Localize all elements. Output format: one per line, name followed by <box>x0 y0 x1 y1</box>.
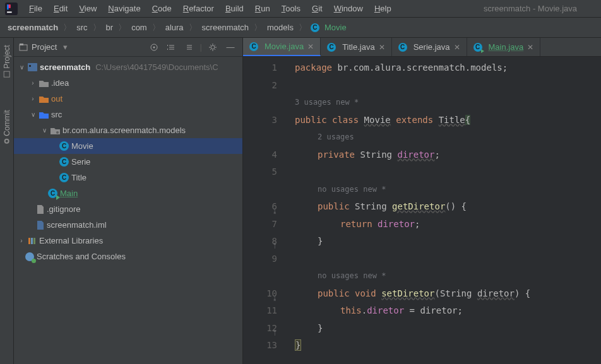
menu-edit[interactable]: Edit <box>49 0 73 18</box>
menu-run[interactable]: Run <box>250 0 275 18</box>
menu-refactor[interactable]: Refactor <box>178 0 219 18</box>
override-gutter-icon[interactable]: ⭳ <box>271 290 278 307</box>
line-number[interactable]: 3 <box>243 112 277 129</box>
close-icon[interactable]: ✕ <box>379 43 385 52</box>
class-icon: C <box>311 23 319 32</box>
tree-label: br.com.alura.screenmatch.models <box>62 126 186 135</box>
tab-movie[interactable]: C Movie.java ✕ <box>243 38 321 56</box>
crumb[interactable]: models <box>266 23 295 32</box>
line-number[interactable]: 5 <box>243 163 277 181</box>
tree-label: screenmatch.iml <box>47 220 107 230</box>
svg-rect-12 <box>28 238 30 244</box>
project-header-title[interactable]: Project <box>32 42 57 52</box>
tab-serie[interactable]: C Serie.java ✕ <box>392 38 467 56</box>
chevron-right-icon: 〉 <box>186 22 199 33</box>
fold-gutter-icon[interactable]: ⭱ <box>271 237 278 255</box>
collapse-icon[interactable]: › <box>29 79 37 86</box>
tree-node-iml[interactable]: screenmatch.iml <box>14 217 242 233</box>
tree-node-out[interactable]: › out <box>14 91 242 107</box>
expand-all-button[interactable] <box>165 40 179 54</box>
crumb-current[interactable]: Movie <box>323 23 348 32</box>
menu-navigate[interactable]: Navigate <box>103 0 145 18</box>
settings-button[interactable] <box>206 40 220 54</box>
menu-tools[interactable]: Tools <box>277 0 306 18</box>
close-icon[interactable]: ✕ <box>454 43 460 52</box>
tree-node-external-libraries[interactable]: › External Libraries <box>14 233 242 249</box>
tab-title[interactable]: C Title.java ✕ <box>321 38 392 56</box>
tab-label: Movie.java <box>265 42 304 51</box>
editor-body[interactable]: 1 2 3 4 5 ⭳6 7 ⭱8 9 ⭳10 11 ⭱12 13 packag… <box>243 57 601 364</box>
crumb[interactable]: alura <box>164 23 185 32</box>
usages-inlay[interactable]: no usages new * <box>295 267 530 285</box>
tree-node-idea[interactable]: › .idea <box>14 75 242 91</box>
expand-icon[interactable]: ∨ <box>29 111 37 118</box>
usages-inlay[interactable]: 2 usages <box>295 129 530 146</box>
tree-node-main[interactable]: C Main <box>14 185 242 201</box>
tree-node-serie[interactable]: C Serie <box>14 154 242 170</box>
file-icon <box>37 205 44 214</box>
override-gutter-icon[interactable]: ⭳ <box>271 203 278 220</box>
line-number[interactable]: 4 <box>243 146 277 164</box>
tree-path: C:\Users\40417549\Documents\C <box>95 62 218 72</box>
line-number[interactable]: 2 <box>243 77 277 95</box>
project-tree[interactable]: ∨ screenmatch C:\Users\40417549\Document… <box>14 57 242 267</box>
close-icon[interactable]: ✕ <box>307 42 314 51</box>
chevron-right-icon: 〉 <box>251 22 265 33</box>
tool-window-stripe: Project Commit <box>0 38 14 364</box>
menu-git[interactable]: Git <box>307 0 328 18</box>
tree-node-scratches[interactable]: Scratches and Consoles <box>14 249 242 264</box>
runnable-class-icon: C <box>48 189 57 198</box>
select-opened-file-button[interactable] <box>147 40 161 54</box>
tree-node-title[interactable]: C Title <box>14 170 242 185</box>
menu-code[interactable]: Code <box>147 0 177 18</box>
menu-view[interactable]: View <box>74 0 102 18</box>
breadcrumb-bar: screenmatch 〉 src 〉 br 〉 com 〉 alura 〉 s… <box>0 18 601 38</box>
usages-inlay[interactable]: 3 usages new * <box>295 94 530 112</box>
menu-file[interactable]: File <box>24 0 47 18</box>
main-area: Project Commit Project ▾ | — ∨ screenmat… <box>0 38 601 364</box>
chevron-right-icon: 〉 <box>116 22 129 33</box>
crumb[interactable]: screenmatch <box>201 23 250 32</box>
tool-tab-project[interactable]: Project <box>3 45 11 77</box>
svg-rect-10 <box>29 65 31 67</box>
tree-label: .gitignore <box>47 204 80 214</box>
package-icon <box>51 127 60 134</box>
folder-icon <box>39 95 49 103</box>
menu-window[interactable]: Window <box>329 0 368 18</box>
menubar: FileEditViewNavigateCodeRefactorBuildRun… <box>0 0 601 18</box>
crumb[interactable]: com <box>130 23 148 32</box>
fold-gutter-icon[interactable]: ⭱ <box>271 324 278 342</box>
crumb-project[interactable]: screenmatch <box>6 23 59 32</box>
collapse-all-button[interactable] <box>182 40 196 54</box>
hide-button[interactable]: — <box>223 40 237 54</box>
svg-rect-4 <box>20 45 27 50</box>
menu-build[interactable]: Build <box>220 0 249 18</box>
tree-node-project[interactable]: ∨ screenmatch C:\Users\40417549\Document… <box>14 59 242 75</box>
editor-gutter[interactable]: 1 2 3 4 5 ⭳6 7 ⭱8 9 ⭳10 11 ⭱12 13 <box>243 57 289 364</box>
dropdown-icon[interactable]: ▾ <box>63 42 68 52</box>
crumb[interactable]: src <box>75 23 88 32</box>
close-icon[interactable]: ✕ <box>527 43 533 52</box>
tree-label: Serie <box>71 157 90 167</box>
usages-inlay[interactable]: no usages new * <box>295 181 530 199</box>
tree-node-package[interactable]: ∨ br.com.alura.screenmatch.models <box>14 122 242 138</box>
code-area[interactable]: package br.com.alura.screenmatch.models;… <box>289 57 530 364</box>
line-number[interactable]: 1 <box>243 59 277 77</box>
tab-label: Serie.java <box>414 42 450 52</box>
class-icon: C <box>327 43 336 52</box>
tool-tab-commit[interactable]: Commit <box>3 110 11 143</box>
tree-node-gitignore[interactable]: .gitignore <box>14 201 242 217</box>
svg-point-7 <box>153 46 155 48</box>
menu-help[interactable]: Help <box>369 0 396 18</box>
collapse-icon[interactable]: › <box>29 95 37 102</box>
collapse-icon[interactable]: › <box>18 237 25 244</box>
tree-node-movie[interactable]: C Movie <box>14 138 242 154</box>
tree-node-src[interactable]: ∨ src <box>14 107 242 122</box>
tree-label: out <box>51 94 62 103</box>
expand-icon[interactable]: ∨ <box>40 127 48 134</box>
tree-label: screenmatch <box>40 62 90 72</box>
expand-icon[interactable]: ∨ <box>18 64 25 71</box>
crumb[interactable]: br <box>105 23 115 32</box>
tab-main[interactable]: C Main.java ✕ <box>467 38 541 56</box>
svg-point-11 <box>56 131 59 134</box>
